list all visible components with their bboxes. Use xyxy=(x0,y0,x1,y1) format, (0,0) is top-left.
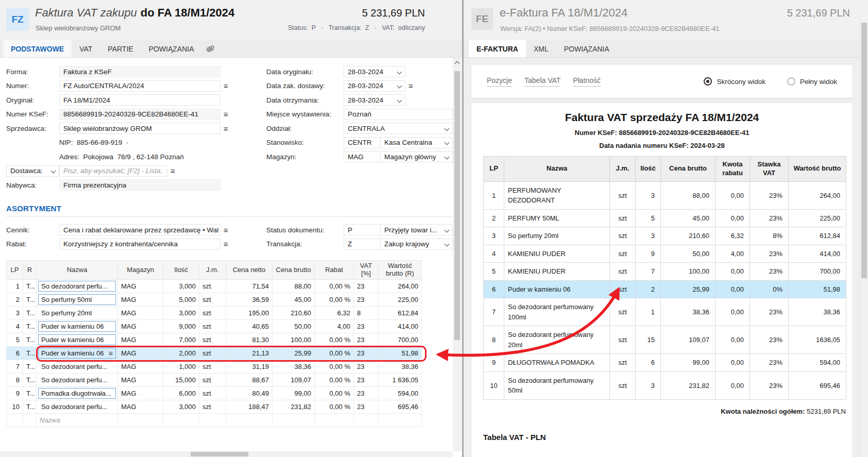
cell-wartosc[interactable]: 594,00 xyxy=(379,387,422,400)
cell-cena-netto[interactable]: 71,54 xyxy=(226,280,273,293)
cell-ilosc[interactable]: 3,000 xyxy=(163,400,199,414)
tab-partie[interactable]: PARTIE xyxy=(100,40,141,57)
miejsce-field[interactable]: Poznań xyxy=(344,109,453,120)
rabat-field[interactable]: Korzystniejszy z kontrahenta/cennika xyxy=(59,239,220,250)
invoice-row[interactable]: 6 Puder w kamieniu 06 szt 2 25,99 0,00 0… xyxy=(484,280,846,298)
data-otrzymania-field[interactable]: 28-03-2024 xyxy=(344,94,405,106)
cell-lp[interactable]: 3 xyxy=(7,307,23,320)
cell-rabat[interactable]: 0,00 % xyxy=(315,400,354,414)
radio-pelny-widok[interactable]: Pełny widok xyxy=(787,77,837,86)
invoice-row[interactable]: 8 So dezodorant perfumowany 20ml szt 15 … xyxy=(484,326,846,354)
cell-r[interactable]: T... xyxy=(23,333,37,347)
cell-ilosc[interactable]: 15,000 xyxy=(163,374,199,387)
left-hscrollbar-thumb[interactable] xyxy=(191,452,248,456)
item-row[interactable]: 9 T... Pomadka długotrwała... ≡ MAG 6,00… xyxy=(7,387,422,400)
cell-cena-brutto[interactable]: 50,00 xyxy=(273,320,315,333)
col-cena-netto[interactable]: Cena netto xyxy=(226,261,273,280)
cell-r[interactable]: T... xyxy=(23,320,37,333)
tab-powiazania-left[interactable]: POWIĄZANIA xyxy=(141,40,202,57)
cell-lp[interactable]: 7 xyxy=(7,360,23,374)
invoice-row[interactable]: 10 So dezodorant perfumowany 50ml szt 3 … xyxy=(484,371,846,399)
cell-ilosc[interactable]: 3,000 xyxy=(163,307,199,320)
sprzedawca-menu-icon[interactable]: ≡ xyxy=(224,125,228,132)
left-vertical-scrollbar[interactable] xyxy=(453,58,462,451)
scroll-up-icon[interactable] xyxy=(455,61,460,66)
cell-cena-netto[interactable]: 195,00 xyxy=(226,307,273,320)
right-scrollbar-thumb[interactable] xyxy=(861,23,867,278)
nabywca-field[interactable]: Firma prezentacyjna xyxy=(59,179,220,191)
link-tabela-vat[interactable]: Tabela VAT xyxy=(524,76,560,87)
item-row[interactable]: 8 T... So dezodorant perfu... ≡ MAG 15,0… xyxy=(7,374,422,387)
cell-cena-netto[interactable]: 36,59 xyxy=(226,293,273,307)
tab-xml[interactable]: XML xyxy=(526,40,556,57)
oryginal-field[interactable]: FA 18/M1/2024 xyxy=(59,94,220,106)
cell-cena-netto[interactable]: 21,13 xyxy=(226,347,273,360)
left-scrollbar-thumb[interactable] xyxy=(454,71,460,340)
cell-magazyn[interactable]: MAG xyxy=(118,360,163,374)
cell-rabat[interactable]: 0,00 % xyxy=(315,333,354,347)
col-vat[interactable]: VAT [%] xyxy=(354,261,379,280)
cell-vat[interactable]: 23 xyxy=(354,360,379,374)
right-vertical-scrollbar[interactable] xyxy=(859,18,868,457)
cell-rabat[interactable]: 4,00 xyxy=(315,320,354,333)
link-pozycje[interactable]: Pozycje xyxy=(487,76,512,87)
invoice-row[interactable]: 7 So dezodorant perfumowany 100ml szt 1 … xyxy=(484,298,846,326)
cell-magazyn[interactable]: MAG xyxy=(118,374,163,387)
new-item-row[interactable]: Nazwa xyxy=(7,414,422,427)
radio-skrocony-widok[interactable]: Skrócony widok xyxy=(704,77,765,86)
cell-nazwa[interactable]: Puder w kamieniu 06 ≡ xyxy=(37,347,118,360)
dostawca-selector[interactable]: Dostawca: xyxy=(6,165,59,177)
cell-nazwa[interactable]: Pomadka długotrwała... ≡ xyxy=(37,387,118,400)
dostawca-search-input[interactable]: Pisz, aby wyszukać; [F2] - Lista; [Inser… xyxy=(59,165,167,177)
transakcja-name-field[interactable]: Zakup krajowy xyxy=(381,239,453,250)
cell-ilosc[interactable]: 9,000 xyxy=(163,320,199,333)
cell-ilosc[interactable]: 3,000 xyxy=(163,280,199,293)
magazyn-code-field[interactable]: MAG xyxy=(344,151,381,162)
cell-jm[interactable]: szt xyxy=(199,360,226,374)
cell-jm[interactable]: szt xyxy=(199,374,226,387)
cell-wartosc[interactable]: 51,98 xyxy=(379,347,422,360)
tab-powiazania-right[interactable]: POWIĄZANIA xyxy=(556,40,617,57)
cell-nazwa[interactable]: So dezodorant perfu... ≡ xyxy=(37,360,118,374)
cell-magazyn[interactable]: MAG xyxy=(118,293,163,307)
new-item-nazwa-placeholder[interactable]: Nazwa xyxy=(37,414,118,427)
stanowisko-name-field[interactable]: Kasa Centralna xyxy=(381,137,453,148)
col-r[interactable]: R xyxy=(23,261,37,280)
cell-jm[interactable]: szt xyxy=(199,400,226,414)
cell-lp[interactable]: 5 xyxy=(7,333,23,347)
cell-jm[interactable]: szt xyxy=(199,307,226,320)
cell-rabat[interactable]: 0,00 % xyxy=(315,293,354,307)
magazyn-name-field[interactable]: Magazyn główny xyxy=(381,151,453,162)
cell-wartosc[interactable]: 225,00 xyxy=(379,293,422,307)
item-row[interactable]: 6 T... Puder w kamieniu 06 ≡ MAG 2,000 s… xyxy=(7,347,422,360)
col-rabat[interactable]: Rabat xyxy=(315,261,354,280)
cell-magazyn[interactable]: MAG xyxy=(118,320,163,333)
cell-cena-netto[interactable]: 31,19 xyxy=(226,360,273,374)
cell-cena-netto[interactable]: 188,47 xyxy=(226,400,273,414)
item-row[interactable]: 2 T... So perfumy 50ml ≡ MAG 5,000 szt xyxy=(7,293,422,307)
numer-field[interactable]: FZ Auto/CENTRALA/2024 xyxy=(59,80,220,92)
cell-cena-netto[interactable]: 81,30 xyxy=(226,333,273,347)
cell-magazyn[interactable]: MAG xyxy=(118,333,163,347)
item-row[interactable]: 7 T... So dezodorant perfu... ≡ MAG 1,00… xyxy=(7,360,422,374)
cennik-menu-icon[interactable]: ≡ xyxy=(224,226,228,234)
cell-r[interactable]: T... xyxy=(23,387,37,400)
cell-r[interactable]: T... xyxy=(23,280,37,293)
cell-vat[interactable]: 8 xyxy=(354,307,379,320)
cell-wartosc[interactable]: 695,46 xyxy=(379,400,422,414)
invoice-row[interactable]: 1 PERFUMOWANY DEZODORANT szt 3 88,00 0,0… xyxy=(484,181,846,209)
cell-wartosc[interactable]: 414,00 xyxy=(379,320,422,333)
invoice-row[interactable]: 5 KAMIENIU PUDER szt 7 100,00 0,00 23% 7… xyxy=(484,263,846,281)
rabat-menu-icon[interactable]: ≡ xyxy=(224,240,228,248)
stanowisko-code-field[interactable]: CENTR xyxy=(344,137,381,148)
cell-r[interactable]: T... xyxy=(23,360,37,374)
invoice-row[interactable]: 4 KAMIENIU PUDER szt 9 50,00 4,00 23% 41… xyxy=(484,245,846,263)
cell-lp[interactable]: 4 xyxy=(7,320,23,333)
cell-cena-brutto[interactable]: 231,82 xyxy=(273,400,315,414)
dostawca-menu-icon[interactable]: ≡ xyxy=(171,167,175,175)
tab-podstawowe[interactable]: PODSTAWOWE xyxy=(3,40,72,57)
col-nazwa[interactable]: Nazwa xyxy=(37,261,118,280)
cell-jm[interactable]: szt xyxy=(199,293,226,307)
left-horizontal-scrollbar[interactable] xyxy=(0,451,453,457)
cell-ilosc[interactable]: 6,000 xyxy=(163,387,199,400)
